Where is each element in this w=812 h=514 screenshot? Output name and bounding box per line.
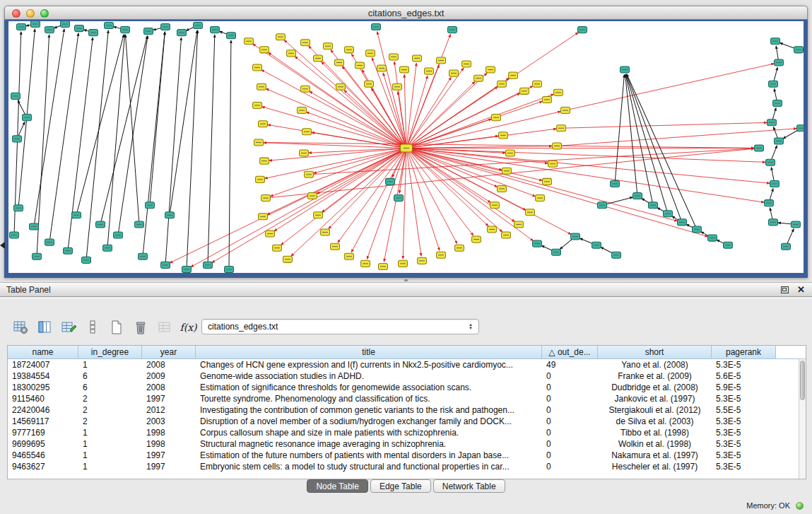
table-row[interactable]: 946362711997Embryonic stem cells: a mode… xyxy=(8,461,806,472)
close-window-button[interactable] xyxy=(12,9,20,18)
graph-edge xyxy=(615,75,624,184)
table-cell: 22420046 xyxy=(8,404,78,416)
network-canvas[interactable] xyxy=(4,20,808,278)
status-bar: Memory: OK xyxy=(0,497,812,514)
graph-edge xyxy=(68,37,93,251)
graph-edge xyxy=(309,46,406,148)
table-row[interactable]: 1830029562008Estimation of significance … xyxy=(8,382,806,393)
table-row[interactable]: 946554611997Estimation of the future num… xyxy=(8,450,806,461)
table-cell: Stergiakouli et al. (2012) xyxy=(598,404,712,416)
table-row[interactable]: 1938455462009Genome-wide association stu… xyxy=(8,370,806,382)
graph-edge xyxy=(557,129,796,146)
table-cell: 1997 xyxy=(142,450,196,461)
graph-edge xyxy=(310,91,406,148)
table-cell: 0 xyxy=(542,370,598,382)
table-row[interactable]: 911546021997Tourette syndrome. Phenomeno… xyxy=(8,393,806,404)
edit-table-icon[interactable] xyxy=(59,319,77,337)
new-document-icon[interactable] xyxy=(107,319,125,337)
table-settings-icon[interactable] xyxy=(11,319,29,337)
table-select-value: citations_edges.txt xyxy=(208,322,464,332)
table-row[interactable]: 1872400712008Changes of HCN gene express… xyxy=(8,359,806,370)
graph-edge xyxy=(265,148,406,179)
graph-edge xyxy=(406,146,552,148)
table-cell: 5.5E-5 xyxy=(712,404,776,416)
network-graph-svg[interactable] xyxy=(8,21,804,273)
table-cell: 2 xyxy=(78,404,142,416)
tab-network-table[interactable]: Network Table xyxy=(433,479,505,493)
float-panel-icon[interactable] xyxy=(781,286,789,293)
table-body: 1872400712008Changes of HCN gene express… xyxy=(8,359,806,472)
graph-edge xyxy=(126,35,140,224)
table-cell: Wolkin et al. (1998) xyxy=(598,438,712,450)
zoom-window-button[interactable] xyxy=(40,9,49,18)
graph-edge xyxy=(76,35,124,215)
table-cell: 6 xyxy=(78,382,142,393)
graph-edge xyxy=(406,148,490,203)
table-cell: 5.6E-5 xyxy=(712,370,776,382)
close-panel-icon[interactable]: ✕ xyxy=(797,285,805,294)
tab-node-table[interactable]: Node Table xyxy=(307,479,368,493)
table-cell: 1997 xyxy=(142,461,196,472)
graph-edge xyxy=(406,94,553,148)
memory-ok-led-icon[interactable] xyxy=(796,502,804,510)
table-select-dropdown[interactable]: citations_edges.txt ▲▼ xyxy=(201,319,479,334)
table-toolbar: f(x) xyxy=(11,317,197,337)
window-titlebar[interactable]: citations_edges.txt xyxy=(4,6,808,20)
row-list-icon[interactable] xyxy=(83,319,101,337)
table-panel-header: Table Panel ✕ xyxy=(0,282,812,297)
graph-edge xyxy=(208,35,215,265)
table-row[interactable]: 969969511998Structural magnetic resonanc… xyxy=(8,438,806,450)
table-cell: 0 xyxy=(542,438,598,450)
graph-edge xyxy=(384,148,406,262)
table-cell: 1 xyxy=(78,438,142,450)
column-header-4[interactable]: △ out_de... xyxy=(542,346,598,359)
table-cell: 18724007 xyxy=(8,359,78,370)
graph-edge xyxy=(367,148,406,259)
table-cell: Jankovic et al. (1997) xyxy=(598,393,712,404)
table-panel-title: Table Panel xyxy=(6,285,51,295)
table-vertical-scrollbar[interactable] xyxy=(799,359,806,479)
table-cell: 1 xyxy=(78,427,142,438)
scrollbar-thumb[interactable] xyxy=(800,361,805,400)
graph-edge xyxy=(406,119,491,148)
column-header-0[interactable]: name xyxy=(8,346,78,359)
column-header-3[interactable]: title xyxy=(196,346,542,359)
column-header-6[interactable]: pagerank xyxy=(712,346,776,359)
table-cell: 0 xyxy=(542,461,598,472)
table-cell: 5.3E-5 xyxy=(712,416,776,427)
graph-edge xyxy=(143,32,165,257)
graph-edge xyxy=(561,122,767,128)
table-header-row: namein_degreeyeartitle△ out_de...shortpa… xyxy=(8,346,806,359)
graph-edge xyxy=(406,148,457,244)
table-cell: 1 xyxy=(78,359,142,370)
table-cell: Franke et al. (2009) xyxy=(598,370,712,382)
graph-edge xyxy=(406,148,488,226)
column-header-5[interactable]: short xyxy=(598,346,712,359)
table-cell: Investigating the contribution of common… xyxy=(196,404,542,416)
collapse-panel-arrow-icon[interactable] xyxy=(0,242,5,249)
graph-edge xyxy=(150,32,165,205)
graph-edge xyxy=(406,148,535,197)
table-cell: 9699695 xyxy=(8,438,78,450)
graph-edge xyxy=(295,57,406,148)
table-panel-body: f(x) citations_edges.txt ▲▼ namein_degre… xyxy=(0,298,812,514)
table-cell: 2008 xyxy=(142,382,196,393)
minimize-window-button[interactable] xyxy=(26,9,35,18)
table-row[interactable]: 977716911998Corpus callosum shape and si… xyxy=(8,427,806,438)
table-cell: Hescheler et al. (1997) xyxy=(598,461,712,472)
table-row[interactable]: 2242004622012Investigating the contribut… xyxy=(8,404,806,416)
table-row[interactable]: 1456911722003Disruption of a novel membe… xyxy=(8,416,806,427)
delete-table-icon[interactable] xyxy=(131,319,149,337)
graph-edge xyxy=(406,68,464,148)
table-cell: 9777169 xyxy=(8,427,78,438)
graph-edge xyxy=(34,29,64,226)
column-header-2[interactable]: year xyxy=(142,346,196,359)
table-cell: Estimation of the future numbers of pati… xyxy=(196,450,542,461)
graph-edge xyxy=(229,40,231,269)
function-builder-icon[interactable]: f(x) xyxy=(180,319,197,337)
table-cell: 0 xyxy=(542,416,598,427)
column-layout-icon[interactable] xyxy=(35,319,53,337)
column-header-1[interactable]: in_degree xyxy=(78,346,142,359)
tab-edge-table[interactable]: Edge Table xyxy=(370,479,431,493)
graph-edge xyxy=(406,148,440,251)
